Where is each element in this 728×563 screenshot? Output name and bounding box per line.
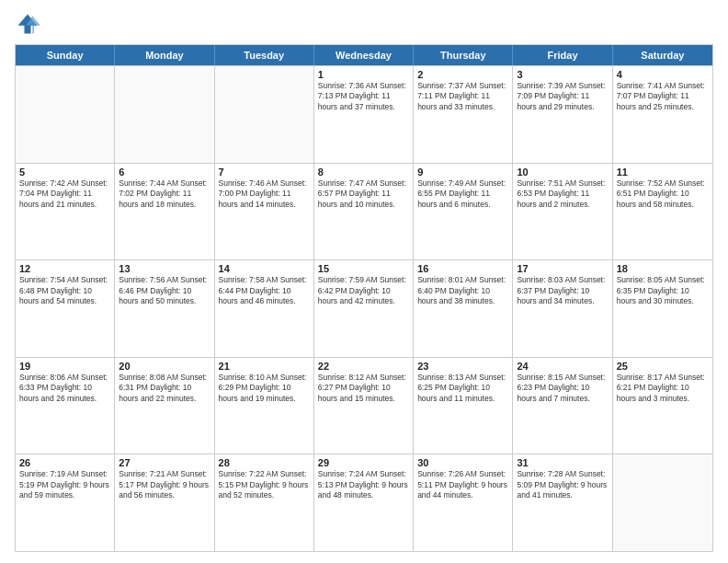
day-info: Sunrise: 8:08 AM Sunset: 6:31 PM Dayligh… [119, 373, 210, 404]
day-cell-5: 5Sunrise: 7:42 AM Sunset: 7:04 PM Daylig… [16, 164, 115, 260]
day-number: 9 [417, 167, 508, 178]
day-number: 30 [417, 457, 508, 468]
day-info: Sunrise: 7:44 AM Sunset: 7:02 PM Dayligh… [119, 178, 210, 210]
day-number: 2 [417, 69, 508, 80]
day-number: 15 [318, 263, 409, 274]
day-number: 4 [617, 69, 709, 80]
day-number: 13 [119, 263, 210, 274]
day-info: Sunrise: 7:28 AM Sunset: 5:09 PM Dayligh… [517, 469, 608, 500]
day-number: 29 [318, 457, 409, 468]
day-info: Sunrise: 8:05 AM Sunset: 6:35 PM Dayligh… [617, 275, 709, 306]
weekday-header-thursday: Thursday [414, 45, 513, 65]
day-number: 17 [517, 263, 608, 274]
day-info: Sunrise: 8:06 AM Sunset: 6:33 PM Dayligh… [19, 373, 110, 404]
day-cell-30: 30Sunrise: 7:26 AM Sunset: 5:11 PM Dayli… [414, 454, 513, 551]
day-number: 11 [617, 167, 709, 178]
day-number: 21 [219, 361, 310, 372]
day-cell-25: 25Sunrise: 8:17 AM Sunset: 6:21 PM Dayli… [613, 358, 712, 454]
day-info: Sunrise: 8:12 AM Sunset: 6:27 PM Dayligh… [318, 373, 409, 404]
day-number: 8 [318, 167, 409, 178]
calendar-body: 1Sunrise: 7:36 AM Sunset: 7:13 PM Daylig… [16, 65, 712, 551]
day-cell-17: 17Sunrise: 8:03 AM Sunset: 6:37 PM Dayli… [513, 260, 612, 357]
day-info: Sunrise: 7:19 AM Sunset: 5:19 PM Dayligh… [19, 469, 110, 500]
day-cell-15: 15Sunrise: 7:59 AM Sunset: 6:42 PM Dayli… [314, 260, 414, 357]
day-cell-24: 24Sunrise: 8:15 AM Sunset: 6:23 PM Dayli… [513, 358, 612, 454]
day-info: Sunrise: 7:58 AM Sunset: 6:44 PM Dayligh… [219, 275, 310, 306]
day-cell-21: 21Sunrise: 8:10 AM Sunset: 6:29 PM Dayli… [215, 358, 314, 454]
day-number: 25 [617, 361, 709, 372]
day-number: 28 [219, 457, 310, 468]
day-info: Sunrise: 7:36 AM Sunset: 7:13 PM Dayligh… [318, 81, 409, 112]
calendar-row-2: 12Sunrise: 7:54 AM Sunset: 6:48 PM Dayli… [16, 259, 712, 357]
day-number: 27 [119, 457, 210, 468]
day-cell-3: 3Sunrise: 7:39 AM Sunset: 7:09 PM Daylig… [513, 66, 612, 163]
calendar-header: SundayMondayTuesdayWednesdayThursdayFrid… [16, 45, 712, 65]
weekday-header-wednesday: Wednesday [314, 45, 414, 65]
empty-cell-0-2 [215, 66, 314, 163]
day-number: 23 [417, 361, 508, 372]
day-cell-19: 19Sunrise: 8:06 AM Sunset: 6:33 PM Dayli… [16, 358, 115, 454]
day-number: 14 [219, 263, 310, 274]
day-cell-20: 20Sunrise: 8:08 AM Sunset: 6:31 PM Dayli… [115, 358, 214, 454]
day-cell-29: 29Sunrise: 7:24 AM Sunset: 5:13 PM Dayli… [314, 454, 414, 551]
day-number: 5 [19, 167, 110, 178]
day-cell-1: 1Sunrise: 7:36 AM Sunset: 7:13 PM Daylig… [314, 66, 414, 163]
day-cell-8: 8Sunrise: 7:47 AM Sunset: 6:57 PM Daylig… [314, 164, 414, 260]
day-info: Sunrise: 8:17 AM Sunset: 6:21 PM Dayligh… [617, 373, 709, 404]
day-info: Sunrise: 7:22 AM Sunset: 5:15 PM Dayligh… [219, 469, 310, 500]
calendar-row-1: 5Sunrise: 7:42 AM Sunset: 7:04 PM Daylig… [16, 163, 712, 260]
page: SundayMondayTuesdayWednesdayThursdayFrid… [0, 0, 728, 563]
weekday-header-friday: Friday [513, 45, 612, 65]
day-number: 26 [19, 457, 110, 468]
empty-cell-0-0 [16, 66, 115, 163]
weekday-header-tuesday: Tuesday [215, 45, 314, 65]
day-cell-22: 22Sunrise: 8:12 AM Sunset: 6:27 PM Dayli… [314, 358, 414, 454]
day-info: Sunrise: 8:03 AM Sunset: 6:37 PM Dayligh… [517, 275, 608, 306]
calendar-row-3: 19Sunrise: 8:06 AM Sunset: 6:33 PM Dayli… [16, 357, 712, 454]
day-info: Sunrise: 7:47 AM Sunset: 6:57 PM Dayligh… [318, 178, 409, 210]
day-number: 19 [19, 361, 110, 372]
day-cell-16: 16Sunrise: 8:01 AM Sunset: 6:40 PM Dayli… [414, 260, 513, 357]
day-info: Sunrise: 8:15 AM Sunset: 6:23 PM Dayligh… [517, 373, 608, 404]
calendar-row-4: 26Sunrise: 7:19 AM Sunset: 5:19 PM Dayli… [16, 454, 712, 551]
empty-cell-0-1 [115, 66, 214, 163]
day-info: Sunrise: 7:42 AM Sunset: 7:04 PM Dayligh… [19, 178, 110, 210]
day-info: Sunrise: 8:10 AM Sunset: 6:29 PM Dayligh… [219, 373, 310, 404]
day-info: Sunrise: 7:46 AM Sunset: 7:00 PM Dayligh… [219, 178, 310, 210]
day-info: Sunrise: 7:51 AM Sunset: 6:53 PM Dayligh… [517, 178, 608, 210]
day-cell-4: 4Sunrise: 7:41 AM Sunset: 7:07 PM Daylig… [613, 66, 712, 163]
header [15, 11, 713, 37]
day-cell-7: 7Sunrise: 7:46 AM Sunset: 7:00 PM Daylig… [215, 164, 314, 260]
day-cell-2: 2Sunrise: 7:37 AM Sunset: 7:11 PM Daylig… [414, 66, 513, 163]
day-cell-23: 23Sunrise: 8:13 AM Sunset: 6:25 PM Dayli… [414, 358, 513, 454]
day-info: Sunrise: 7:41 AM Sunset: 7:07 PM Dayligh… [617, 81, 709, 112]
day-number: 31 [517, 457, 608, 468]
day-number: 3 [517, 69, 608, 80]
day-info: Sunrise: 7:37 AM Sunset: 7:11 PM Dayligh… [417, 81, 508, 112]
day-cell-13: 13Sunrise: 7:56 AM Sunset: 6:46 PM Dayli… [115, 260, 214, 357]
logo [15, 11, 44, 37]
day-cell-9: 9Sunrise: 7:49 AM Sunset: 6:55 PM Daylig… [414, 164, 513, 260]
day-number: 16 [417, 263, 508, 274]
day-cell-14: 14Sunrise: 7:58 AM Sunset: 6:44 PM Dayli… [215, 260, 314, 357]
weekday-header-sunday: Sunday [16, 45, 115, 65]
logo-icon [15, 11, 40, 37]
day-number: 7 [219, 167, 310, 178]
day-info: Sunrise: 7:54 AM Sunset: 6:48 PM Dayligh… [19, 275, 110, 306]
day-number: 1 [318, 69, 409, 80]
day-cell-6: 6Sunrise: 7:44 AM Sunset: 7:02 PM Daylig… [115, 164, 214, 260]
day-info: Sunrise: 7:59 AM Sunset: 6:42 PM Dayligh… [318, 275, 409, 306]
day-info: Sunrise: 7:26 AM Sunset: 5:11 PM Dayligh… [417, 469, 508, 500]
empty-cell-4-6 [613, 454, 712, 551]
day-info: Sunrise: 8:13 AM Sunset: 6:25 PM Dayligh… [417, 373, 508, 404]
day-number: 10 [517, 167, 608, 178]
day-info: Sunrise: 7:39 AM Sunset: 7:09 PM Dayligh… [517, 81, 608, 112]
day-number: 24 [517, 361, 608, 372]
weekday-header-monday: Monday [115, 45, 214, 65]
day-cell-27: 27Sunrise: 7:21 AM Sunset: 5:17 PM Dayli… [115, 454, 214, 551]
day-number: 12 [19, 263, 110, 274]
day-info: Sunrise: 7:21 AM Sunset: 5:17 PM Dayligh… [119, 469, 210, 500]
day-number: 20 [119, 361, 210, 372]
day-cell-18: 18Sunrise: 8:05 AM Sunset: 6:35 PM Dayli… [613, 260, 712, 357]
calendar: SundayMondayTuesdayWednesdayThursdayFrid… [15, 44, 713, 552]
